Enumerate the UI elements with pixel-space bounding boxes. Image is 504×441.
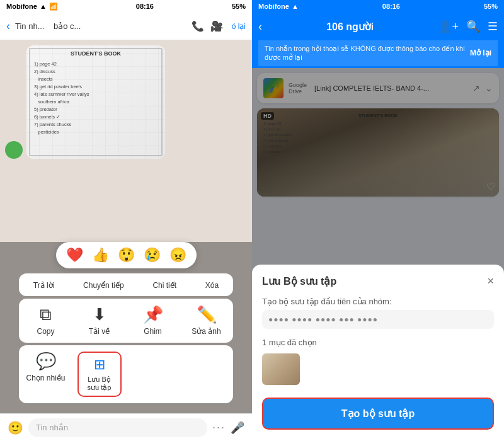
chat-content-left: STUDENT'S BOOK 1) page 42 2) discuss ins… <box>0 40 252 413</box>
return-label-left: ó lại <box>232 22 246 31</box>
left-status-bar: Mobifone ▲ 📶 08:16 55% <box>0 0 252 13</box>
status-bar-left: Mobifone ▲ 📶 <box>6 3 58 11</box>
copy-icon: ⧉ <box>40 305 52 324</box>
battery-left: 55% <box>232 3 246 10</box>
selected-thumbnail <box>262 353 300 385</box>
header-icons-right: 👤+ 🔍 ☰ <box>438 20 498 33</box>
save-collection-action[interactable]: ⊞ Lưu Bộ sưu tập <box>77 352 122 397</box>
selected-count-label: 1 mục đã chọn <box>262 338 494 347</box>
wifi-icon: 📶 <box>49 3 58 11</box>
whiteboard-image: STUDENT'S BOOK 1) page 42 2) discuss ins… <box>26 45 165 159</box>
left-panel: Mobifone ▲ 📶 08:16 55% ‹ Tin nh... bảo c… <box>0 0 252 441</box>
selected-images-row <box>262 353 494 385</box>
chat-bubble-area: STUDENT'S BOOK 1) page 42 2) discuss ins… <box>0 40 252 164</box>
time-left: 08:16 <box>136 3 154 10</box>
collection-icon: ⊞ <box>94 357 105 373</box>
forward-action[interactable]: Chuyển tiếp <box>78 278 129 292</box>
menu-icon[interactable]: ☰ <box>488 20 498 33</box>
modal-subtitle: Tạo bộ sưu tập đầu tiên của nhóm: <box>262 297 494 306</box>
pin-label: Ghim <box>144 327 162 336</box>
more-options-icon[interactable]: ··· <box>212 421 226 434</box>
modal-title: Lưu Bộ sưu tập <box>262 275 336 287</box>
signal-icon: ▲ <box>40 3 47 10</box>
member-count-right: 106 người <box>268 21 432 33</box>
download-action[interactable]: ⬇ Tải về <box>77 305 122 336</box>
header-icons-left: 📞 🎥 <box>192 20 223 32</box>
edit-photo-action[interactable]: ✏️ Sửa ảnh <box>185 305 229 336</box>
avatar-left <box>5 141 23 159</box>
delete-action[interactable]: Xóa <box>200 278 224 292</box>
download-icon: ⬇ <box>93 305 106 324</box>
collection-modal-overlay: Lưu Bộ sưu tập × Tạo bộ sưu tập đầu tiên… <box>252 68 504 441</box>
create-collection-button[interactable]: Tạo bộ sưu tập <box>262 398 494 430</box>
copy-action[interactable]: ⧉ Copy <box>24 305 68 336</box>
search-icon[interactable]: 🔍 <box>466 20 480 33</box>
emoji-angry[interactable]: 😠 <box>169 247 186 263</box>
input-placeholder-left: Tin nhắn <box>36 423 68 432</box>
emoji-wow[interactable]: 😲 <box>118 247 135 263</box>
time-right: 08:16 <box>382 3 400 10</box>
mo-lai-button[interactable]: Mở lại <box>470 49 491 59</box>
add-person-icon[interactable]: 👤+ <box>438 20 459 33</box>
back-button-left[interactable]: ‹ <box>6 20 10 33</box>
select-label: Chọn nhiều <box>26 374 65 382</box>
icon-action-row-1: ⧉ Copy ⬇ Tải về 📌 Ghim ✏️ Sửa ảnh <box>19 299 233 342</box>
image-bubble[interactable]: STUDENT'S BOOK 1) page 42 2) discuss ins… <box>26 45 165 159</box>
copy-label: Copy <box>37 327 54 336</box>
carrier-left: Mobifone <box>6 3 37 10</box>
status-carrier-right: Mobifone ▲ <box>258 3 299 10</box>
video-icon-header[interactable]: 🎥 <box>210 20 223 32</box>
message-input-left[interactable]: Tin nhắn <box>28 418 207 437</box>
context-menu-overlay: ❤️ 👍 😲 😢 😠 Trả lời Chuyển tiếp Chi tiết … <box>0 242 252 413</box>
close-modal-button[interactable]: × <box>487 275 494 288</box>
notification-text: Tin nhắn trong hội thoại sẽ KHÔNG được t… <box>265 44 465 62</box>
chat-header-right: ‹ 106 người 👤+ 🔍 ☰ Tin nhắn trong hội th… <box>252 13 504 68</box>
text-action-row: Trả lời Chuyển tiếp Chi tiết Xóa <box>19 273 233 296</box>
carrier-right: Mobifone <box>258 3 289 10</box>
battery-right: 55% <box>484 3 498 10</box>
chat-title-left: Tin nh... bảo c... <box>15 21 186 31</box>
selected-thumb-inner <box>262 353 300 385</box>
chat-header-left: ‹ Tin nh... bảo c... 📞 🎥 ó lại <box>0 13 252 40</box>
whiteboard-lines: 1) page 42 2) discuss insects 3) get rid… <box>34 60 89 136</box>
icon-action-row-2: 💬 Chọn nhiều ⊞ Lưu Bộ sưu tập <box>19 345 233 403</box>
select-multiple-action[interactable]: 💬 Chọn nhiều <box>24 352 68 397</box>
right-status-bar: Mobifone ▲ 08:16 55% <box>252 0 504 13</box>
back-button-right[interactable]: ‹ <box>258 20 262 33</box>
emoji-thumbsup[interactable]: 👍 <box>92 247 109 263</box>
status-icons-left: 55% <box>232 3 246 10</box>
image-message-bubble: STUDENT'S BOOK 1) page 42 2) discuss ins… <box>5 45 247 159</box>
mic-icon[interactable]: 🎤 <box>231 421 244 435</box>
chat-header-right-top: ‹ 106 người 👤+ 🔍 ☰ <box>258 13 498 40</box>
download-label: Tải về <box>89 327 110 336</box>
reply-action[interactable]: Trả lời <box>28 278 60 292</box>
pin-icon: 📌 <box>143 305 163 324</box>
collection-name-display: ●●●● ●●●● ●●●● ●●● ●●●● <box>262 310 494 329</box>
select-icon: 💬 <box>36 352 56 371</box>
pin-action[interactable]: 📌 Ghim <box>131 305 175 336</box>
modal-header: Lưu Bộ sưu tập × <box>262 275 494 288</box>
right-panel: Mobifone ▲ 08:16 55% ‹ 106 người 👤+ 🔍 ☰ … <box>252 0 504 441</box>
placeholder-3 <box>131 352 175 397</box>
notification-bar: Tin nhắn trong hội thoại sẽ KHÔNG được t… <box>258 40 498 66</box>
edit-icon: ✏️ <box>197 305 217 324</box>
phone-icon[interactable]: 📞 <box>192 20 204 32</box>
bottom-bar-left: 🙂 Tin nhắn ··· 🎤 <box>0 413 252 441</box>
smiley-icon[interactable]: 🙂 <box>8 420 23 435</box>
whiteboard-title: STUDENT'S BOOK <box>71 50 121 57</box>
detail-action[interactable]: Chi tiết <box>147 278 181 292</box>
edit-label: Sửa ảnh <box>192 327 220 336</box>
signal-icon-right: ▲ <box>292 3 299 10</box>
emoji-heart[interactable]: ❤️ <box>66 247 83 263</box>
emoji-cry[interactable]: 😢 <box>144 247 161 263</box>
collection-label: Lưu Bộ sưu tập <box>85 375 114 392</box>
placeholder-4 <box>185 352 229 397</box>
emoji-reaction-bar: ❤️ 👍 😲 😢 😠 <box>56 242 197 268</box>
right-chat-content: GoogleDrive [Link] COMPLETE IELTS- BAND … <box>252 68 504 441</box>
collection-modal: Lưu Bộ sưu tập × Tạo bộ sưu tập đầu tiên… <box>252 265 504 441</box>
